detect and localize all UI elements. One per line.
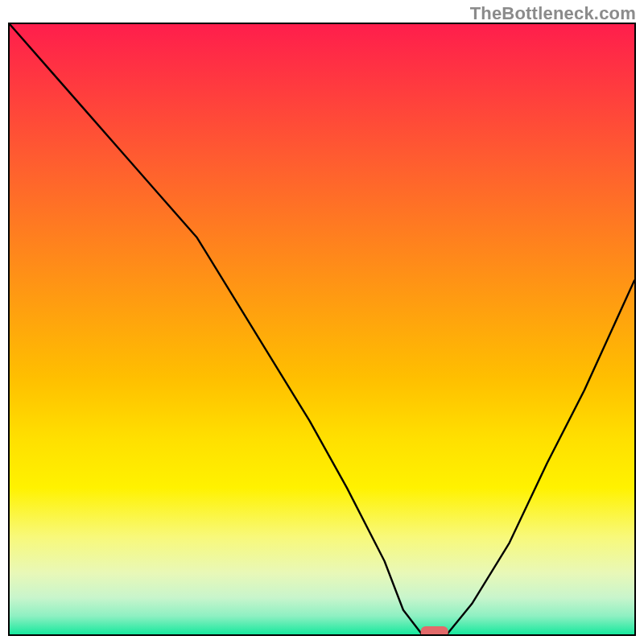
watermark-label: TheBottleneck.com (470, 3, 636, 24)
chart-svg (10, 24, 634, 634)
bottleneck-curve (10, 24, 634, 634)
chart-area (8, 23, 636, 636)
optimal-marker (421, 626, 448, 634)
